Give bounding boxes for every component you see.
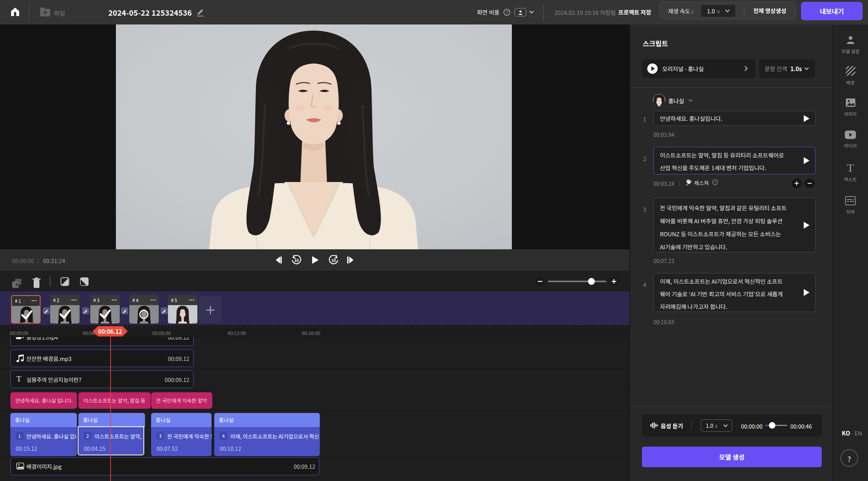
svg-text:10: 10 [294,258,299,263]
svg-text:10: 10 [331,258,336,263]
svg-text:?: ? [506,10,508,15]
svg-text:?: ? [714,180,716,184]
